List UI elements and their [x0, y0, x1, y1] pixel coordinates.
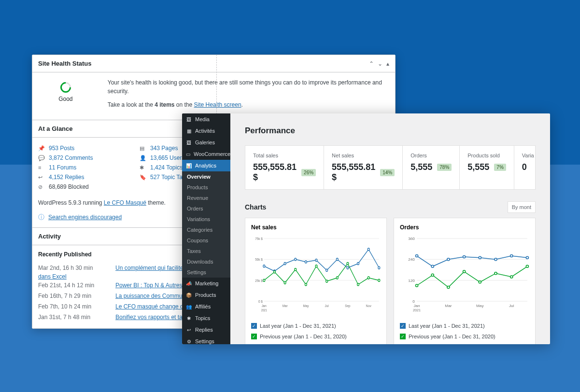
legend-label: Previous year (Jan 1 - Dec 31, 2020) [260, 334, 347, 339]
sidebar-item-woocommerce[interactable]: ▭WooCommerce [182, 148, 230, 160]
glance-link[interactable]: 953 Posts [49, 145, 74, 152]
health-text: Your site's health is looking good, but … [108, 78, 389, 114]
glance-link[interactable]: 1,424 Topics [150, 164, 183, 171]
glance-link[interactable]: 343 Pages [150, 145, 178, 152]
sidebar-sub-taxes[interactable]: Taxes [182, 246, 230, 256]
activity-post-link[interactable]: Power BI : Top N & Autres [115, 282, 183, 289]
sidebar-label: Replies [195, 327, 213, 333]
kpi-value: 555,555.81 $ [332, 162, 375, 182]
svg-point-29 [357, 283, 359, 286]
glance-link[interactable]: 4,152 Replies [49, 174, 84, 181]
sidebar-sub-downloads[interactable]: Downloads [182, 256, 230, 267]
svg-point-53 [510, 255, 513, 257]
sidebar-icon: 📊 [186, 163, 192, 168]
sidebar-item-activités[interactable]: ▦Activités [182, 125, 230, 137]
sidebar-item-replies[interactable]: ↩Replies [182, 324, 230, 336]
sidebar-label: Media [195, 116, 210, 122]
sidebar-item-marketing[interactable]: 📣Marketing [182, 278, 230, 289]
glance-item: 📌953 Posts [38, 143, 120, 153]
sidebar-item-settings[interactable]: ⚙Settings [182, 336, 230, 344]
activity-post-link[interactable]: dans Excel [38, 273, 67, 280]
sidebar-item-media[interactable]: 🖼Media [182, 113, 230, 125]
glance-icon: 📌 [38, 145, 45, 152]
search-engines-link[interactable]: Search engines discouraged [48, 214, 122, 221]
glance-icon: ↩ [38, 174, 45, 181]
svg-point-12 [305, 261, 307, 263]
legend-item[interactable]: ✓ Last year (Jan 1 - Dec 31, 2021) [251, 321, 381, 331]
sidebar-sub-overview[interactable]: Overview [182, 171, 230, 182]
site-health-screen-link[interactable]: Site Health screen [194, 101, 241, 108]
sidebar-sub-settings[interactable]: Settings [182, 267, 230, 278]
chart-title: Orders [400, 224, 529, 231]
sidebar-icon: ↩ [186, 327, 192, 333]
sidebar-sub-variations[interactable]: Variations [182, 214, 230, 224]
checkbox-icon[interactable]: ✓ [400, 323, 406, 329]
kpi-label: Net sales [332, 153, 395, 158]
svg-point-23 [295, 268, 297, 271]
sidebar-label: Analytics [195, 163, 216, 168]
charts-period-selector[interactable]: By mont [508, 201, 536, 213]
legend-item[interactable]: ✓ Previous year (Jan 1 - Dec 31, 2020) [251, 331, 381, 342]
sidebar-item-galeries[interactable]: 🖼Galeries [182, 137, 230, 148]
kpi-value: 5,555 [410, 162, 432, 172]
glance-link[interactable]: 3,872 Comments [49, 154, 93, 161]
glance-icon: 🔖 [140, 174, 146, 181]
sidebar-item-products[interactable]: 📦Products [182, 289, 230, 301]
kpi-delta: 14% [380, 169, 395, 176]
sidebar-label: Products [195, 292, 216, 298]
svg-text:May: May [476, 304, 484, 308]
glance-label: 68,689 Blocked [49, 183, 89, 190]
svg-text:Sep: Sep [345, 303, 350, 308]
collapse-icon[interactable]: ▴ [386, 60, 389, 67]
sidebar-icon: 🖼 [186, 140, 192, 145]
sidebar-icon: ▦ [186, 128, 192, 134]
glance-link[interactable]: 11 Forums [49, 164, 76, 171]
checkbox-icon[interactable]: ✓ [400, 334, 406, 339]
charts-head: Charts By mont [245, 201, 536, 213]
activity-date: Feb 16th, 7 h 29 min [38, 293, 106, 299]
legend-item[interactable]: ✓ Last year (Jan 1 - Dec 31, 2021) [400, 321, 529, 331]
glance-icon: ▤ [140, 145, 146, 152]
legend-item[interactable]: ✓ Previous year (Jan 1 - Dec 31, 2020) [400, 331, 529, 342]
legend-label: Last year (Jan 1 - Dec 31, 2021) [260, 323, 336, 329]
sidebar-sub-coupons[interactable]: Coupons [182, 235, 230, 246]
glance-icon: ⊘ [38, 184, 45, 190]
glance-icon: ✱ [140, 165, 146, 171]
sidebar-item-analytics[interactable]: 📊Analytics [182, 160, 230, 171]
activity-date: Feb 7th, 10 h 24 min [38, 303, 106, 310]
kpi-card[interactable]: Varia0 [514, 146, 542, 189]
site-health-panel: Site Health Status ⌃ ⌄ ▴ Good Your site'… [32, 55, 396, 120]
svg-point-25 [315, 265, 317, 267]
activity-title: Activity [38, 233, 61, 240]
netsales-chart: 75k $50k $25k $0 $Jan2021MarMayJulSepNov [251, 236, 381, 313]
chevron-up-icon[interactable]: ⌃ [369, 60, 374, 67]
glance-link[interactable]: 13,665 Users [150, 154, 184, 161]
chart-title: Net sales [251, 224, 381, 231]
theme-link[interactable]: Le CFO Masqué [104, 199, 146, 206]
chevron-down-icon[interactable]: ⌄ [378, 60, 382, 67]
kpi-row: Total sales555,555.81 $26%Net sales555,5… [245, 145, 536, 190]
info-icon: ⓘ [38, 213, 44, 222]
sidebar-sub-revenue[interactable]: Revenue [182, 193, 230, 203]
sidebar-item-topics[interactable]: ✱Topics [182, 312, 230, 324]
health-text-2: Take a look at the 4 items on the Site H… [108, 100, 389, 109]
sidebar-sub-orders[interactable]: Orders [182, 203, 230, 214]
kpi-card[interactable]: Products sold5,5557% [460, 146, 514, 189]
svg-point-30 [368, 277, 369, 279]
sidebar-sub-products[interactable]: Products [182, 182, 230, 193]
sidebar-item-affiliés[interactable]: 👥Affiliés [182, 301, 230, 312]
orders-chart: 3602401200Jan2021MarMayJul [400, 236, 529, 313]
svg-point-17 [357, 263, 359, 265]
kpi-card[interactable]: Total sales555,555.81 $26% [245, 146, 324, 189]
kpi-label: Orders [410, 153, 452, 158]
svg-text:2021: 2021 [413, 308, 421, 312]
kpi-delta: 26% [301, 169, 316, 176]
checkbox-icon[interactable]: ✓ [251, 334, 257, 339]
kpi-card[interactable]: Net sales555,555.81 $14% [324, 146, 403, 189]
sidebar-sub-categories[interactable]: Categories [182, 224, 230, 235]
svg-point-56 [431, 274, 434, 276]
checkbox-icon[interactable]: ✓ [251, 323, 257, 329]
svg-point-52 [495, 258, 497, 261]
kpi-card[interactable]: Orders5,55578% [403, 146, 460, 189]
svg-point-22 [284, 281, 286, 284]
